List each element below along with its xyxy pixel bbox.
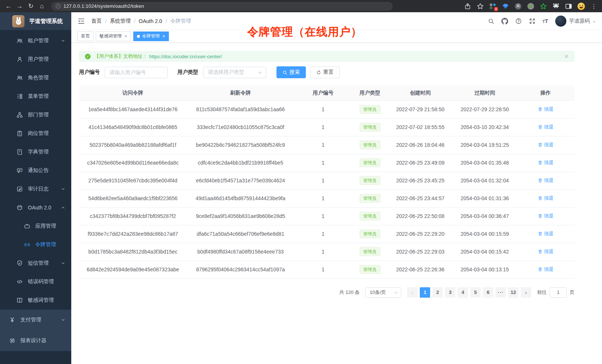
access-token-cell: 41c41346a548490f9dc8b01c6bfe0865 [79,118,187,136]
total-count: 共 120 条 [339,289,360,296]
page-button[interactable]: 5 [470,287,481,298]
home-icon[interactable]: ⌂ [37,1,47,11]
puzzle-extensions-icon[interactable] [552,3,560,10]
sidebar-item[interactable]: 应用管理 [0,217,71,235]
force-logout-button[interactable]: 强退 [538,142,554,148]
tab-close-icon[interactable]: × [124,34,127,39]
sidebar-item[interactable]: 短信管理 [0,254,71,272]
tab-item[interactable]: 首页 [77,32,94,41]
page-size-select[interactable]: 10条/页 [365,287,401,298]
sidebar-item[interactable]: 通知公告 [0,161,71,180]
force-logout-button[interactable]: 强退 [538,266,554,273]
app-logo[interactable]: 芋道管理系统 [0,12,71,30]
sidebar-menu: 租户管理用户管理角色管理菜单管理部门管理岗位管理字典管理通知公告审计日志OAut… [0,30,71,364]
breadcrumb-item[interactable]: OAuth 2.0 [139,18,162,24]
tab-item[interactable]: 敏感词管理× [96,32,131,41]
extension-badge: 9 [494,7,498,11]
user-id-input[interactable] [105,67,168,78]
page-button[interactable]: 6 [483,287,493,298]
user-menu[interactable]: 芋道源码 [555,16,596,27]
share-icon[interactable] [464,3,471,10]
bookmark-star-icon[interactable] [477,3,484,10]
id-badge-icon [16,130,23,137]
sidebar-item[interactable]: 字典管理 [0,143,71,161]
help-icon[interactable] [515,18,522,24]
page-button[interactable]: 2 [432,287,443,298]
chevron-down-icon [394,291,398,295]
expire-time-cell: 2054-03-04 01:31:36 [453,189,517,207]
sidebar-item[interactable]: 岗位管理 [0,124,71,143]
tab-close-icon[interactable]: × [163,34,166,39]
site-info-icon[interactable]: i [56,4,60,9]
user-type-badge: 管理员 [360,247,380,256]
force-logout-button[interactable]: 强退 [538,177,554,184]
tab-active[interactable]: 令牌管理× [133,32,169,41]
app-title: 芋道管理系统 [29,18,63,25]
user-type-badge: 管理员 [360,105,380,114]
reload-icon[interactable]: ↻ [26,1,36,11]
prev-page-button[interactable]: ‹ [407,287,418,298]
user-type-select[interactable]: 请选择用户类型 [203,67,266,78]
sidebar-item[interactable]: 审计日志 [0,180,71,198]
search-button[interactable]: 搜索 [277,66,306,78]
force-logout-button[interactable]: 强退 [538,159,554,166]
breadcrumb-item[interactable]: 首页 [91,18,102,24]
green-star-extension-icon[interactable] [540,3,547,10]
doc-link[interactable]: https://doc.iocoder.cn/user-center/ [149,54,222,59]
force-logout-button[interactable]: 强退 [538,106,554,113]
page-button[interactable]: 3 [445,287,455,298]
sidebar-item[interactable]: 敏感词管理 [0,291,71,310]
profile-avatar-emoji[interactable] [578,3,585,10]
trash-icon [538,107,543,112]
green-dot-extension-icon[interactable] [527,3,534,10]
force-logout-button[interactable]: 强退 [538,213,554,219]
sidebar-item[interactable]: 支付管理 [0,310,71,330]
trash-icon [538,125,543,129]
sidebar-toggle-icon[interactable] [565,3,572,10]
sidebar-item[interactable]: 租户管理 [0,32,71,50]
search-icon[interactable] [488,18,494,24]
sidebar-item[interactable]: 部门管理 [0,106,71,124]
refresh-token-cell: b0df4980ffd34c67a08f9156e4eee733 [187,243,294,261]
sidebar-item[interactable]: OAuth 2.0 [0,198,71,217]
page-button[interactable]: 12 [508,287,518,298]
alert-close-icon[interactable]: ✕ [564,53,569,59]
next-page-button[interactable]: › [521,287,531,298]
sidebar-item[interactable]: 错误码管理 [0,272,71,291]
breadcrumb-item[interactable]: 系统管理 [110,18,131,24]
trash-icon [538,160,543,165]
action-cell: 强退 [517,136,575,154]
sidebar-item[interactable]: 报表设计器 [0,330,71,351]
sidebar-item-label: 错误码管理 [28,278,54,285]
refresh-token-cell: 8796295f04064c2983414cc54af1097a [187,261,294,278]
force-logout-button[interactable]: 强退 [538,195,554,202]
page-button[interactable]: 4 [458,287,468,298]
address-bar[interactable]: i 127.0.0.1:1024/system/oauth2/token [51,2,393,11]
more-pages-button[interactable]: ··· [495,287,506,298]
sidebar-item[interactable]: 菜单管理 [0,87,71,106]
logo-bunny-image [12,15,24,27]
sidebar-item[interactable]: 用户管理 [0,50,71,69]
force-logout-button[interactable]: 强退 [538,231,554,237]
forward-icon[interactable]: → [15,1,24,11]
menu-fold-icon[interactable] [77,17,85,25]
browser-menu-icon[interactable]: ⋮ [590,3,598,10]
action-cell: 强退 [517,154,575,172]
page-button[interactable]: 1 [420,287,430,298]
back-icon[interactable]: ← [4,1,13,11]
goto-page-input[interactable] [550,287,567,298]
extension-collection-icon[interactable]: 9 [489,3,497,10]
gem-icon[interactable] [502,3,509,10]
force-logout-button[interactable]: 强退 [538,124,554,130]
table-row: 54d6be82ee5a460a9aedc1f9bf22365649d1aa46… [79,189,575,207]
sidebar-item-label: 租户管理 [28,37,49,44]
force-logout-button[interactable]: 强退 [538,248,554,255]
github-icon[interactable] [501,18,508,24]
reset-button[interactable]: 重置 [310,66,340,78]
sidebar-item[interactable]: 角色管理 [0,69,71,87]
sidebar-item[interactable]: 令牌管理 [0,235,71,254]
font-size-icon[interactable]: TT [543,18,548,24]
command-extension-icon[interactable]: ⌘ [514,3,522,10]
sidebar-item-label: 敏感词管理 [28,297,54,304]
fullscreen-icon[interactable] [529,18,536,24]
